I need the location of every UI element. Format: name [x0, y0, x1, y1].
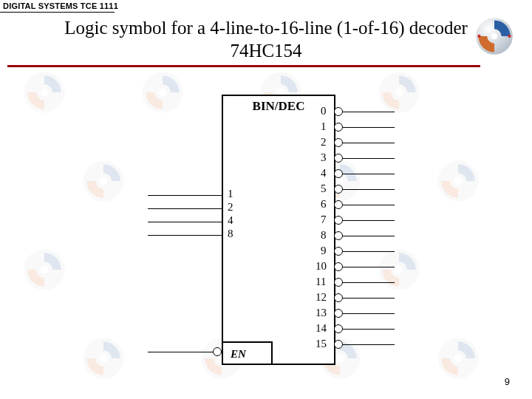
course-code: DIGITAL SYSTEMS TCE 1111 — [3, 1, 118, 10]
output-wire — [343, 282, 395, 283]
output-label: 7 — [321, 214, 327, 226]
output-label: 12 — [316, 291, 327, 304]
active-low-bubble-icon — [334, 185, 343, 194]
output-wire — [343, 298, 395, 299]
active-low-bubble-icon — [334, 154, 343, 163]
output-label: 1 — [321, 120, 327, 133]
output-label: 5 — [321, 183, 327, 195]
output-wire — [343, 112, 395, 112]
output-wire — [343, 344, 395, 345]
slide-title: Logic symbol for a 4-line-to-16-line (1-… — [0, 16, 532, 63]
output-wire — [343, 205, 395, 205]
course-underline — [0, 12, 115, 13]
output-wire — [343, 189, 395, 190]
output-label: 15 — [316, 338, 327, 350]
active-low-bubble-icon — [334, 216, 343, 225]
active-low-bubble-icon — [334, 138, 343, 147]
output-wire — [343, 158, 395, 159]
input-label: 1 — [228, 188, 233, 200]
active-low-bubble-icon — [334, 169, 343, 178]
active-low-bubble-icon — [334, 107, 343, 116]
title-underline — [7, 65, 480, 67]
title-line2: 74HC154 — [230, 41, 301, 61]
output-wire — [343, 251, 395, 252]
input-wire — [148, 208, 222, 209]
output-label: 2 — [321, 136, 327, 149]
input-wire — [148, 195, 222, 196]
active-low-bubble-icon — [334, 340, 343, 349]
output-wire — [343, 174, 395, 174]
active-low-bubble-icon — [334, 247, 343, 256]
input-label: 2 — [228, 201, 233, 214]
active-low-bubble-icon — [334, 293, 343, 302]
output-label: 8 — [321, 229, 327, 242]
output-wire — [343, 220, 395, 221]
active-low-bubble-icon — [334, 324, 343, 333]
output-label: 6 — [321, 198, 327, 211]
output-wire — [343, 236, 395, 236]
output-wire — [343, 267, 395, 267]
enable-wire — [148, 352, 213, 352]
active-low-bubble-icon — [213, 347, 222, 356]
output-label: 3 — [321, 151, 327, 164]
output-wire — [343, 127, 395, 128]
output-wire — [343, 143, 395, 143]
active-low-bubble-icon — [334, 200, 343, 209]
output-wire — [343, 329, 395, 330]
output-label: 9 — [321, 245, 327, 257]
active-low-bubble-icon — [334, 278, 343, 287]
title-line1: Logic symbol for a 4-line-to-16-line (1-… — [64, 18, 468, 38]
input-label: 4 — [228, 214, 233, 227]
svg-point-3 — [491, 33, 498, 40]
input-label: 8 — [228, 228, 233, 240]
input-wire — [148, 222, 222, 222]
active-low-bubble-icon — [334, 123, 343, 132]
institution-logo-icon — [474, 16, 514, 56]
slide-number: 9 — [505, 376, 510, 387]
output-label: 11 — [316, 276, 326, 288]
svg-point-5 — [477, 35, 480, 38]
active-low-bubble-icon — [334, 309, 343, 318]
output-label: 4 — [321, 167, 327, 180]
decoder-logic-symbol: BIN/DEC EN 1 2 4 8 0 1 2 3 4 5 6 7 8 9 1… — [126, 89, 406, 369]
active-low-bubble-icon — [334, 231, 343, 240]
chip-header-label: BIN/DEC — [223, 99, 334, 114]
output-wire — [343, 313, 395, 314]
output-label: 14 — [316, 322, 327, 335]
enable-label: EN — [231, 348, 246, 361]
output-label: 0 — [321, 105, 327, 117]
output-label: 10 — [316, 260, 327, 273]
output-label: 13 — [316, 307, 327, 319]
svg-point-4 — [508, 35, 511, 38]
active-low-bubble-icon — [334, 262, 343, 271]
input-wire — [148, 235, 222, 236]
